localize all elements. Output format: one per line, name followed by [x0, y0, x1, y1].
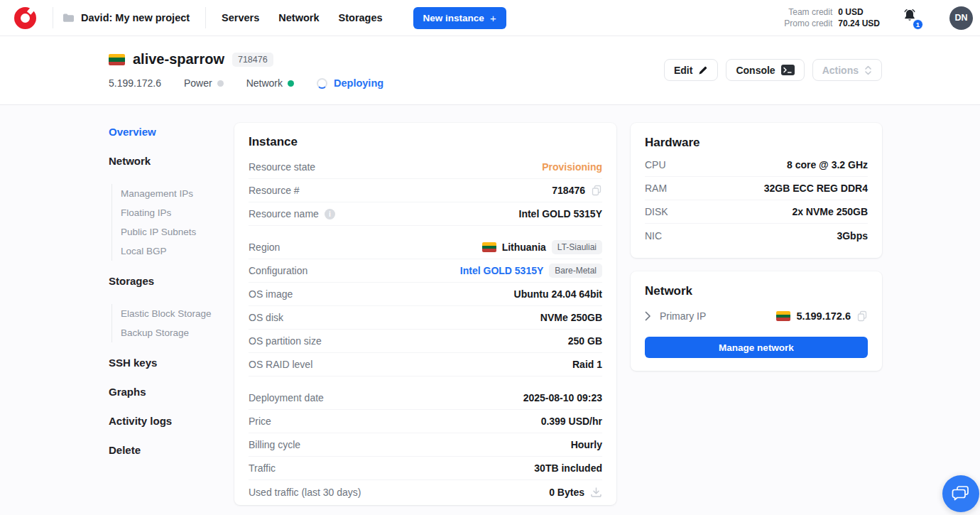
terminal-icon	[781, 65, 795, 75]
plus-icon: +	[490, 13, 496, 23]
actions-button[interactable]: Actions	[812, 59, 882, 81]
nav-link-network[interactable]: Network	[278, 12, 319, 23]
instance-header: alive-sparrow 718476 5.199.172.6 Power N…	[0, 36, 980, 105]
sidebar-item-elastic-block-storage[interactable]: Elastic Block Storage	[121, 304, 234, 323]
avatar[interactable]: DN	[949, 6, 973, 30]
power-status-dot	[217, 80, 224, 87]
chat-icon	[952, 485, 970, 502]
sidebar-item-local-bgp[interactable]: Local BGP	[121, 242, 234, 261]
project-selector[interactable]: David: My new project	[53, 12, 205, 23]
sidebar-item-floating-ips[interactable]: Floating IPs	[121, 203, 234, 222]
row-nic: NIC3Gbps	[645, 224, 868, 247]
sidebar-subgroup-network: Management IPsFloating IPsPublic IP Subn…	[111, 184, 234, 261]
row-value-text: Ubuntu 24.04 64bit	[514, 288, 602, 300]
console-button[interactable]: Console	[726, 59, 804, 81]
row-value-text: Intel GOLD 5315Y	[519, 208, 602, 219]
row-value-text: Lithuania	[502, 242, 546, 253]
primary-ip-value: 5.199.172.6	[796, 310, 851, 322]
sidebar-item-overview[interactable]: Overview	[109, 126, 234, 138]
project-name: David: My new project	[81, 12, 190, 23]
power-status: Power	[184, 77, 224, 89]
row-resource-state: Resource stateProvisioning	[249, 156, 602, 179]
row-label: Deployment date	[249, 392, 324, 403]
nav-link-servers[interactable]: Servers	[222, 12, 259, 23]
row-value-text: 718476	[552, 185, 585, 196]
promo-credit-label: Promo credit	[784, 18, 832, 28]
row-cpu: CPU8 core @ 3.2 GHz	[645, 153, 868, 177]
row-group: RegionLithuaniaLT-SiauliaiConfigurationI…	[249, 236, 602, 376]
copy-button[interactable]	[591, 185, 602, 196]
new-instance-button[interactable]: New instance +	[413, 7, 506, 29]
row-disk: DISK2x NVMe 250GB	[645, 200, 868, 224]
row-group: Deployment date2025-08-10 09:23Price0.39…	[249, 386, 602, 504]
row-value: 32GB ECC REG DDR4	[764, 183, 868, 194]
instance-card-title: Instance	[249, 135, 602, 149]
copy-icon	[856, 310, 868, 322]
hardware-card: Hardware CPU8 core @ 3.2 GHzRAM32GB ECC …	[631, 123, 882, 258]
instance-rows: Resource stateProvisioningResource #7184…	[249, 156, 602, 504]
brand-logo-icon[interactable]	[14, 7, 36, 29]
row-label: DISK	[645, 206, 668, 217]
manage-network-button[interactable]: Manage network	[645, 337, 868, 358]
network-status-dot	[288, 80, 294, 87]
instance-identity: alive-sparrow 718476 5.199.172.6 Power N…	[109, 51, 383, 89]
info-icon[interactable]: i	[325, 209, 335, 219]
support-chat-button[interactable]	[942, 475, 979, 512]
sidebar-subgroup-storages: Elastic Block StorageBackup Storage	[111, 304, 234, 342]
sidebar-item-backup-storage[interactable]: Backup Storage	[121, 323, 234, 342]
new-instance-label: New instance	[423, 13, 484, 23]
row-label: Billing cycle	[249, 439, 300, 450]
sidebar-item-public-ip-subnets[interactable]: Public IP Subnets	[121, 222, 234, 242]
row-region: RegionLithuaniaLT-Siauliai	[249, 236, 602, 259]
sidebar-item-activity-logs[interactable]: Activity logs	[109, 415, 234, 427]
row-label: Price	[249, 416, 271, 427]
notifications-button[interactable]: 1	[901, 8, 920, 28]
sidebar: OverviewNetworkManagement IPsFloating IP…	[109, 123, 234, 473]
row-value: Provisioning	[542, 161, 602, 173]
instance-name: alive-sparrow	[133, 51, 224, 67]
row-value: Raid 1	[572, 359, 602, 370]
lithuania-flag-icon	[776, 311, 790, 321]
sidebar-item-graphs[interactable]: Graphs	[109, 386, 234, 398]
row-value: 250 GB	[568, 335, 602, 347]
nav-divider	[205, 7, 206, 28]
row-price: Price0.399 USD/hr	[249, 410, 602, 433]
row-used-traffic-last-30-days: Used traffic (last 30 days)0 Bytes	[249, 480, 602, 504]
row-os-raid-level: OS RAID levelRaid 1	[249, 353, 602, 376]
promo-credit-value: 70.24 USD	[838, 18, 880, 28]
row-value-text: 30TB included	[534, 462, 602, 474]
network-card-title: Network	[645, 284, 868, 298]
download-icon	[590, 487, 602, 498]
network-card: Network Primary IP 5.199.172.6	[631, 271, 882, 371]
sidebar-item-ssh-keys[interactable]: SSH keys	[109, 357, 234, 369]
sidebar-item-delete[interactable]: Delete	[109, 444, 234, 456]
edit-button[interactable]: Edit	[664, 59, 718, 81]
instance-id-badge: 718476	[232, 53, 273, 67]
row-value-text: Raid 1	[572, 359, 602, 370]
row-label: Region	[249, 242, 280, 253]
team-credit-value: 0 USD	[838, 7, 880, 17]
copy-icon	[591, 185, 602, 196]
sidebar-item-management-ips[interactable]: Management IPs	[121, 184, 234, 203]
row-value: 3Gbps	[837, 230, 868, 242]
team-credit-label: Team credit	[784, 7, 832, 17]
row-value-text: 2025-08-10 09:23	[523, 392, 602, 403]
row-value: LithuaniaLT-Siauliai	[482, 240, 602, 254]
sidebar-item-network[interactable]: Network	[109, 155, 234, 167]
hardware-row-group: CPU8 core @ 3.2 GHzRAM32GB ECC REG DDR4D…	[645, 153, 868, 247]
actions-label: Actions	[822, 65, 859, 76]
download-button[interactable]	[590, 487, 602, 498]
sidebar-item-storages[interactable]: Storages	[109, 275, 234, 287]
copy-ip-button[interactable]	[856, 310, 868, 322]
row-value: 2x NVMe 250GB	[792, 206, 868, 217]
right-column: Hardware CPU8 core @ 3.2 GHzRAM32GB ECC …	[631, 123, 882, 371]
badge-lt-siauliai: LT-Siauliai	[552, 240, 602, 254]
nav-link-storages[interactable]: Storages	[339, 12, 383, 23]
row-traffic: Traffic30TB included	[249, 457, 602, 480]
row-label: Resource #	[249, 185, 300, 196]
row-value: Ubuntu 24.04 64bit	[514, 288, 602, 300]
row-value-text[interactable]: Intel GOLD 5315Y	[460, 265, 543, 276]
primary-ip-row[interactable]: Primary IP 5.199.172.6	[645, 304, 868, 327]
row-os-partition-size: OS partition size250 GB	[249, 330, 602, 353]
row-value-text: NVMe 250GB	[540, 312, 602, 323]
